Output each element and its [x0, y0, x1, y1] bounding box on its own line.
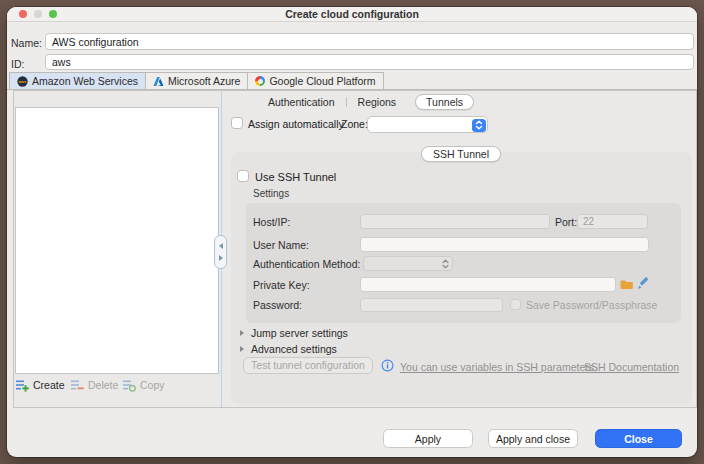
configuration-list[interactable]	[15, 107, 219, 374]
advanced-settings-expander[interactable]: Advanced settings	[251, 343, 337, 355]
port-input	[577, 214, 648, 229]
tab-authentication[interactable]: Authentication	[257, 96, 346, 108]
collapse-right-icon	[219, 255, 223, 261]
host-input	[360, 214, 550, 229]
zone-label: Zone:	[341, 118, 368, 130]
folder-browse-icon[interactable]	[620, 278, 633, 290]
settings-group-label: Settings	[253, 188, 289, 199]
apply-and-close-button[interactable]: Apply and close	[488, 429, 578, 448]
svg-text:aws: aws	[19, 79, 28, 84]
test-tunnel-configuration-button: Test tunnel configuration	[243, 357, 373, 374]
popup-stepper-icon	[472, 119, 486, 132]
zoom-traffic-light-icon[interactable]	[49, 10, 57, 18]
delete-button: Delete	[71, 378, 118, 392]
password-label: Password:	[253, 299, 302, 311]
tab-amazon-web-services[interactable]: aws Amazon Web Services	[9, 72, 145, 90]
copy-button: Copy	[123, 378, 165, 392]
name-label: Name:	[11, 37, 42, 49]
host-label: Host/IP:	[253, 216, 290, 228]
use-ssh-tunnel-label: Use SSH Tunnel	[255, 171, 336, 183]
ssh-variables-hint-link[interactable]: You can use variables in SSH parameters.	[400, 361, 597, 373]
tab-label: Microsoft Azure	[168, 75, 240, 87]
dropdown-stepper-icon	[442, 259, 449, 269]
port-label: Port:	[555, 216, 577, 228]
use-ssh-tunnel-checkbox[interactable]	[237, 170, 249, 182]
id-label: ID:	[11, 58, 24, 70]
close-button[interactable]: Close	[595, 429, 682, 448]
username-input[interactable]	[360, 237, 649, 252]
ssh-tunnel-header[interactable]: SSH Tunnel	[421, 146, 501, 162]
delete-label: Delete	[88, 379, 118, 391]
section-tab-bar: Authentication Regions Tunnels	[257, 94, 474, 109]
id-input[interactable]	[45, 54, 694, 70]
title-bar: Create cloud configuration	[7, 7, 697, 22]
edit-pencil-icon[interactable]	[637, 276, 651, 290]
dialog-window: Create cloud configuration Name: ID: aws…	[7, 7, 697, 457]
jump-server-expander-icon[interactable]	[240, 330, 244, 336]
assign-automatically-label: Assign automatically	[248, 118, 344, 130]
username-label: User Name:	[253, 239, 309, 251]
name-input[interactable]	[45, 33, 694, 50]
apply-button[interactable]: Apply	[383, 429, 473, 448]
close-traffic-light-icon[interactable]	[19, 10, 27, 18]
auth-method-dropdown	[363, 256, 453, 271]
tab-tunnels[interactable]: Tunnels	[415, 94, 474, 110]
delete-icon	[71, 379, 84, 392]
advanced-expander-icon[interactable]	[240, 346, 244, 352]
ssh-documentation-link[interactable]: SSH Documentation	[584, 361, 679, 373]
window-title: Create cloud configuration	[7, 7, 697, 22]
splitter-collapse-control[interactable]	[214, 235, 227, 269]
create-label: Create	[33, 379, 65, 391]
tab-microsoft-azure[interactable]: Microsoft Azure	[145, 72, 247, 90]
auth-method-label: Authentication Method:	[253, 258, 360, 270]
tab-google-cloud-platform[interactable]: Google Cloud Platform	[247, 72, 383, 90]
create-button[interactable]: Create	[16, 378, 65, 392]
password-input	[360, 298, 503, 312]
zone-popup[interactable]	[367, 116, 488, 133]
create-icon	[16, 379, 29, 392]
copy-label: Copy	[140, 379, 165, 391]
provider-tab-bar: aws Amazon Web Services Microsoft Azure …	[7, 72, 697, 90]
azure-icon	[153, 76, 164, 87]
collapse-left-icon	[219, 243, 223, 249]
tab-label: Amazon Web Services	[32, 75, 138, 87]
screenshot-root: { "titlebar": { "title": "Create cloud c…	[0, 0, 704, 464]
tab-label: Google Cloud Platform	[269, 75, 375, 87]
minimize-traffic-light-icon	[34, 10, 42, 18]
aws-icon: aws	[17, 76, 28, 87]
private-key-input[interactable]	[360, 277, 616, 292]
google-cloud-icon	[255, 76, 265, 86]
tab-regions[interactable]: Regions	[347, 96, 408, 108]
save-password-checkbox	[510, 299, 521, 310]
assign-automatically-checkbox[interactable]	[231, 117, 243, 129]
jump-server-settings-expander[interactable]: Jump server settings	[251, 327, 348, 339]
copy-icon	[123, 379, 136, 392]
save-password-label: Save Password/Passphrase	[526, 299, 657, 311]
private-key-label: Private Key:	[253, 279, 310, 291]
info-icon	[381, 359, 394, 372]
